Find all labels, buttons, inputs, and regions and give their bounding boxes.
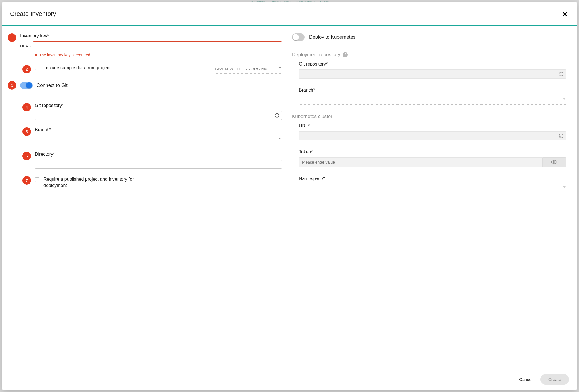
cancel-button[interactable]: Cancel	[516, 375, 535, 384]
create-inventory-modal: Create Inventory ✕ 1 Inventory key* DEV …	[2, 2, 577, 390]
step-badge-6: 6	[22, 152, 31, 160]
chevron-down-icon	[563, 98, 566, 100]
deploy-k8s-toggle[interactable]	[292, 33, 305, 41]
deploy-branch-select[interactable]	[299, 96, 566, 105]
chevron-down-icon	[278, 67, 281, 69]
create-button[interactable]: Create	[540, 374, 569, 385]
sample-project-select-value: SIVEN-WITH-ERRORS-MA…	[215, 66, 272, 71]
step-badge-4: 4	[22, 103, 31, 111]
svg-point-0	[553, 161, 555, 163]
deploy-branch-label: Branch*	[299, 88, 566, 93]
k8s-token-label: Token*	[299, 149, 566, 155]
require-published-checkbox[interactable]	[35, 177, 39, 182]
branch-select[interactable]	[35, 135, 282, 144]
step-badge-1: 1	[8, 33, 16, 42]
step-badge-3: 3	[8, 81, 16, 90]
eye-icon	[551, 159, 557, 166]
deploy-k8s-label: Deploy to Kubernetes	[309, 34, 356, 40]
k8s-namespace-label: Namespace*	[299, 176, 566, 181]
step-badge-5: 5	[22, 127, 31, 136]
refresh-icon[interactable]	[559, 133, 564, 138]
git-repo-label: Git repository*	[35, 103, 282, 108]
deployment-repo-header: Deployment repository	[292, 52, 340, 58]
inventory-key-prefix: DEV -	[20, 44, 31, 48]
modal-title: Create Inventory	[10, 10, 56, 18]
refresh-icon[interactable]	[274, 113, 280, 118]
k8s-cluster-header: Kubernetes cluster	[292, 114, 332, 119]
git-repo-input[interactable]	[35, 111, 282, 120]
require-published-label: Require a published project and inventor…	[43, 176, 146, 188]
branch-label: Branch*	[35, 127, 282, 132]
directory-input[interactable]	[35, 160, 282, 169]
deploy-git-repo-input[interactable]	[299, 69, 566, 79]
connect-git-toggle[interactable]	[20, 82, 33, 89]
k8s-token-input[interactable]	[299, 157, 542, 167]
inventory-key-error: The inventory key is required	[39, 53, 90, 57]
directory-label: Directory*	[35, 152, 282, 157]
include-sample-label: Include sample data from project	[45, 65, 210, 71]
error-dot-icon	[35, 54, 37, 56]
chevron-down-icon	[563, 186, 566, 188]
sample-project-select[interactable]: SIVEN-WITH-ERRORS-MA…	[215, 65, 282, 74]
step-badge-7: 7	[22, 176, 31, 185]
k8s-namespace-select[interactable]	[299, 184, 566, 193]
info-icon[interactable]: i	[343, 52, 348, 57]
inventory-key-label: Inventory key*	[20, 33, 282, 39]
include-sample-checkbox[interactable]	[35, 66, 39, 70]
connect-git-label: Connect to Git	[37, 83, 282, 88]
reveal-token-button[interactable]	[542, 157, 566, 167]
close-icon: ✕	[562, 11, 567, 18]
close-button[interactable]: ✕	[561, 10, 568, 19]
deploy-git-repo-label: Git repository*	[299, 62, 566, 67]
chevron-down-icon	[278, 138, 281, 139]
inventory-key-input[interactable]	[33, 41, 282, 50]
k8s-url-label: URL*	[299, 123, 566, 128]
refresh-icon[interactable]	[559, 71, 564, 77]
k8s-url-input[interactable]	[299, 131, 566, 140]
step-badge-2: 2	[22, 65, 31, 73]
